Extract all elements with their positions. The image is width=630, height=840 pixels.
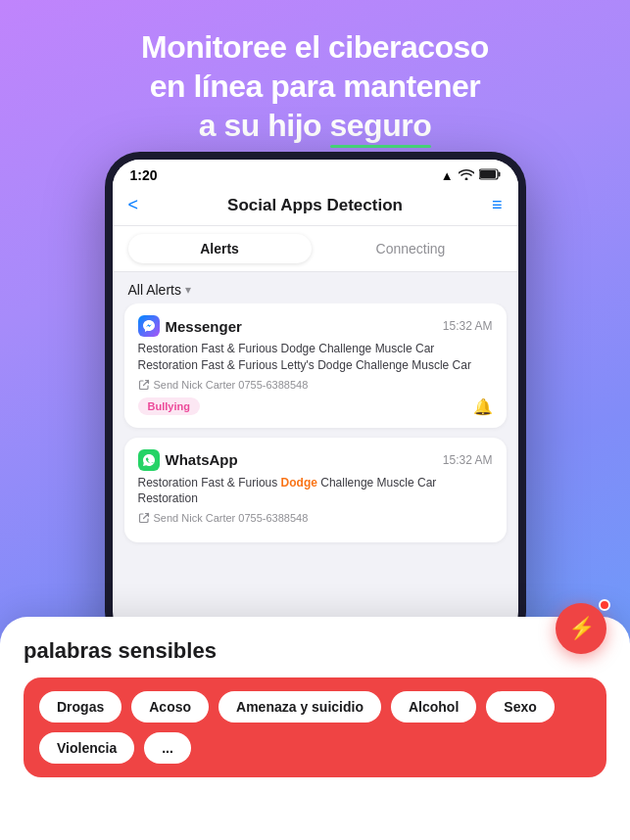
status-icons: ▲ bbox=[441, 168, 501, 183]
tag-acoso[interactable]: Acoso bbox=[131, 691, 209, 723]
filter-chevron: ▾ bbox=[185, 283, 191, 297]
whatsapp-time: 15:32 AM bbox=[443, 453, 493, 467]
menu-button[interactable]: ≡ bbox=[492, 195, 503, 215]
hero-underline-word: seguro bbox=[330, 106, 432, 145]
battery-icon bbox=[479, 168, 501, 183]
tag-violencia[interactable]: Violencia bbox=[39, 732, 134, 764]
svg-rect-1 bbox=[498, 171, 500, 176]
messenger-sender-text: Send Nick Carter 0755-6388548 bbox=[154, 379, 309, 391]
device-frame: 1:20 ▲ bbox=[105, 152, 526, 647]
whatsapp-sender-text: Send Nick Carter 0755-6388548 bbox=[154, 512, 309, 524]
whatsapp-sender: Send Nick Carter 0755-6388548 bbox=[138, 512, 493, 524]
tab-alerts[interactable]: Alerts bbox=[128, 234, 312, 263]
tag-more[interactable]: ... bbox=[144, 732, 191, 764]
tag-sexo[interactable]: Sexo bbox=[486, 691, 554, 723]
whatsapp-app-name: WhatsApp bbox=[166, 451, 238, 468]
whatsapp-icon bbox=[138, 449, 160, 471]
whatsapp-message: Restoration Fast & Furious Dodge Challen… bbox=[138, 475, 493, 508]
filter-label: All Alerts bbox=[128, 282, 181, 298]
location-icon: ▲ bbox=[441, 168, 454, 183]
hero-line3: a su hijo seguro bbox=[39, 106, 591, 145]
palabras-title: palabras sensibles bbox=[24, 638, 606, 664]
svg-rect-2 bbox=[480, 170, 496, 178]
hero-title: Monitoree el ciberacoso en línea para ma… bbox=[0, 0, 630, 161]
bolt-icon: ⚡ bbox=[568, 616, 595, 641]
status-time: 1:20 bbox=[130, 167, 158, 183]
nav-bar: < Social Apps Detection ≡ bbox=[113, 187, 518, 226]
device-screen: 1:20 ▲ bbox=[113, 160, 518, 639]
whatsapp-message-part1: Restoration Fast & Furious bbox=[138, 476, 281, 490]
messenger-app-name: Messenger bbox=[166, 318, 242, 335]
tag-alcohol[interactable]: Alcohol bbox=[391, 691, 476, 723]
tag-amenaza[interactable]: Amenaza y suicidio bbox=[218, 691, 381, 723]
tab-connecting[interactable]: Connecting bbox=[319, 234, 503, 263]
bell-icon-messenger[interactable]: 🔔 bbox=[473, 397, 493, 416]
status-bar: 1:20 ▲ bbox=[113, 160, 518, 187]
tab-bar: Alerts Connecting bbox=[113, 226, 518, 272]
hero-section: Monitoree el ciberacoso en línea para ma… bbox=[0, 0, 630, 161]
wifi-icon bbox=[459, 168, 474, 183]
app-row-whatsapp: WhatsApp bbox=[138, 449, 238, 471]
messenger-footer: Bullying 🔔 bbox=[138, 397, 493, 416]
bullying-tag: Bullying bbox=[138, 397, 200, 415]
alert-card-messenger: Messenger 15:32 AM Restoration Fast & Fu… bbox=[124, 303, 507, 428]
messenger-sender: Send Nick Carter 0755-6388548 bbox=[138, 379, 493, 391]
alert-header-messenger: Messenger 15:32 AM bbox=[138, 315, 493, 337]
whatsapp-highlight: Dodge bbox=[281, 476, 317, 490]
back-button[interactable]: < bbox=[128, 195, 139, 215]
palabras-tags-container: Drogas Acoso Amenaza y suicidio Alcohol … bbox=[24, 677, 606, 777]
hero-line1: Monitoree el ciberacoso bbox=[39, 27, 591, 67]
tag-drogas[interactable]: Drogas bbox=[39, 691, 121, 723]
filter-row[interactable]: All Alerts ▾ bbox=[113, 272, 518, 303]
alert-header-whatsapp: WhatsApp 15:32 AM bbox=[138, 449, 493, 471]
palabras-card: palabras sensibles Drogas Acoso Amenaza … bbox=[0, 617, 630, 840]
hero-line2: en línea para mantener bbox=[39, 67, 591, 106]
floating-alert-button[interactable]: ⚡ bbox=[556, 603, 606, 654]
messenger-time: 15:32 AM bbox=[443, 319, 493, 333]
messenger-icon bbox=[138, 315, 160, 337]
messenger-message: Restoration Fast & Furious Dodge Challen… bbox=[138, 341, 493, 374]
app-row-messenger: Messenger bbox=[138, 315, 242, 337]
alert-card-whatsapp: WhatsApp 15:32 AM Restoration Fast & Fur… bbox=[124, 438, 507, 543]
nav-title: Social Apps Detection bbox=[227, 196, 403, 215]
alerts-list: Messenger 15:32 AM Restoration Fast & Fu… bbox=[113, 303, 518, 552]
